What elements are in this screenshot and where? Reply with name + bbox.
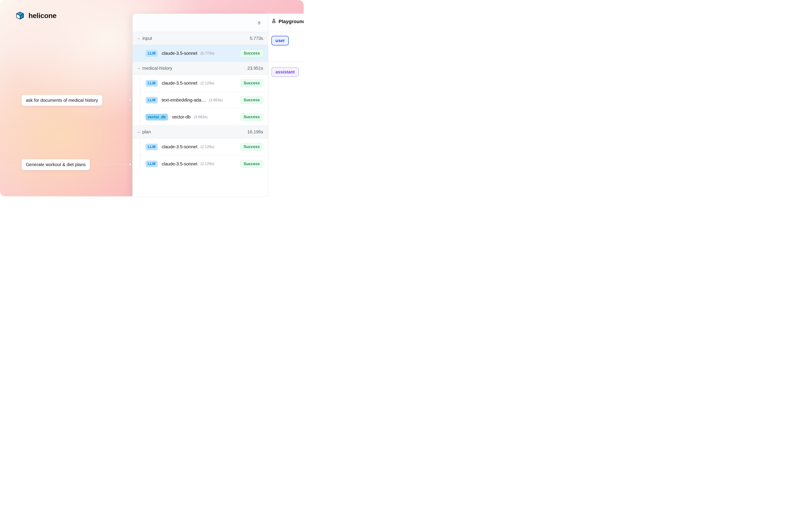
trace-row[interactable]: LLM claude-3.5-sonnet (2.129s) Success bbox=[132, 138, 268, 155]
playground-tab-label: Playground bbox=[279, 19, 304, 25]
trace-row-time: (3.663s) bbox=[194, 115, 207, 119]
callout-dot bbox=[129, 99, 131, 101]
divider bbox=[268, 62, 304, 62]
divider bbox=[268, 32, 304, 32]
trace-tag-llm: LLM bbox=[145, 161, 158, 167]
trace-tag-llm: LLM bbox=[145, 97, 158, 104]
trace-row[interactable]: vector_db vector-db (3.663s) Success bbox=[132, 109, 268, 125]
trace-group-time: 16.196s bbox=[247, 129, 263, 134]
trace-group-header[interactable]: – plan 16.196s bbox=[132, 125, 268, 138]
status-badge: Success bbox=[240, 113, 263, 121]
app-canvas: helicone ask for documents of medical hi… bbox=[0, 0, 304, 196]
trace-row-time: (3.663s) bbox=[209, 98, 223, 102]
trace-row-name: text-embedding-ada… bbox=[162, 97, 206, 103]
status-badge: Success bbox=[240, 50, 263, 57]
trace-tag-llm: LLM bbox=[145, 144, 158, 150]
collapse-icon[interactable]: – bbox=[138, 66, 142, 71]
trace-group-time: 5.773s bbox=[250, 36, 263, 41]
trace-header bbox=[132, 14, 268, 32]
status-badge: Success bbox=[240, 96, 263, 104]
collapse-icon[interactable]: – bbox=[138, 129, 142, 134]
playground-tab[interactable]: Playground bbox=[268, 14, 304, 30]
trace-row[interactable]: LLM claude-3.5-sonnet (2.129s) Success bbox=[132, 155, 268, 172]
status-badge: Success bbox=[240, 160, 263, 168]
trace-group-name: plan bbox=[142, 129, 247, 134]
trace-tag-vectordb: vector_db bbox=[145, 114, 168, 120]
trace-row-time: (5.773s) bbox=[200, 51, 214, 56]
role-chip-user[interactable]: user bbox=[271, 36, 289, 45]
trace-group-name: input bbox=[142, 36, 250, 41]
trace-row-name: vector-db bbox=[172, 115, 190, 120]
trace-row-name: claude-3.5-sonnet bbox=[162, 80, 197, 86]
trace-row[interactable]: LLM text-embedding-ada… (3.663s) Success bbox=[132, 92, 268, 109]
callout-plans: Generate workout & diet plans bbox=[21, 159, 90, 170]
role-chip-assistant[interactable]: assistant bbox=[271, 67, 299, 77]
playground-panel: Playground user assistant bbox=[268, 14, 304, 196]
callout-connector bbox=[112, 100, 130, 100]
brand: helicone bbox=[16, 11, 57, 20]
trace-panel: – input 5.773s LLM claude-3.5-sonnet (5.… bbox=[132, 14, 268, 196]
trace-group-time: 23.951s bbox=[247, 66, 263, 71]
trace-row-time: (2.129s) bbox=[200, 145, 214, 149]
trace-row-time: (2.129s) bbox=[200, 81, 214, 86]
flask-icon bbox=[271, 18, 276, 25]
brand-name: helicone bbox=[29, 12, 57, 20]
trace-group-header[interactable]: – medical-history 23.951s bbox=[132, 62, 268, 75]
trace-row[interactable]: LLM claude-3.5-sonnet (5.773s) Success bbox=[132, 45, 268, 62]
callout-medical-history: ask for documents of medical history bbox=[21, 95, 102, 106]
trace-row-name: claude-3.5-sonnet bbox=[162, 144, 197, 149]
helicone-logo-icon bbox=[16, 11, 25, 20]
trace-tag-llm: LLM bbox=[145, 80, 158, 87]
close-icon[interactable] bbox=[256, 20, 262, 26]
status-badge: Success bbox=[240, 143, 263, 151]
callout-connector bbox=[98, 164, 130, 165]
trace-row-time: (2.129s) bbox=[200, 162, 214, 166]
trace-tag-llm: LLM bbox=[145, 50, 158, 57]
trace-row-name: claude-3.5-sonnet bbox=[162, 51, 197, 56]
trace-row[interactable]: LLM claude-3.5-sonnet (2.129s) Success bbox=[132, 75, 268, 92]
callout-dot bbox=[129, 163, 131, 166]
trace-group-name: medical-history bbox=[142, 66, 247, 71]
status-badge: Success bbox=[240, 79, 263, 87]
trace-group-header[interactable]: – input 5.773s bbox=[132, 32, 268, 45]
trace-row-name: claude-3.5-sonnet bbox=[162, 161, 197, 167]
collapse-icon[interactable]: – bbox=[138, 36, 142, 41]
